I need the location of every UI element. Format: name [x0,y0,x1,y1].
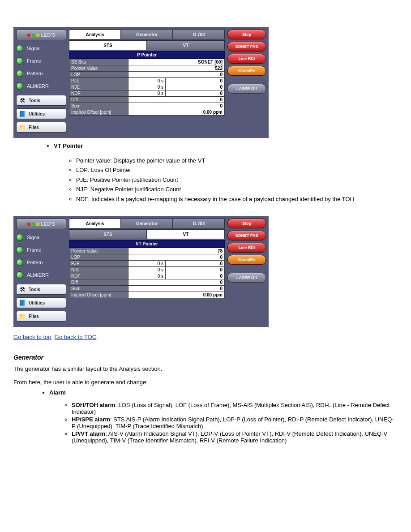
table-row: SS BitsSONET [00] [69,59,225,65]
leds-button[interactable]: LED'S [16,219,66,229]
table-row: NJE0 s0 [69,267,225,273]
leds-label: LED'S [41,32,56,38]
led-indicator-icon [16,271,23,279]
list-item: LP/VT alarm: AIS-V (Alarm Indication Sig… [72,430,398,444]
led-indicator-icon [16,45,23,52]
table-row: PJE0 s0 [69,261,225,267]
screenshot-vt-pointer: LED'S Signal Frame Pattern ALM/ERR 🛠Tool… [13,216,269,327]
subtab-vt[interactable]: VT [147,40,225,50]
tools-icon: 🛠 [19,97,26,104]
utilities-icon: 📘 [19,110,26,117]
led-indicator-icon [16,259,23,266]
led-indicator-icon [16,82,23,90]
list-item: LOP: Loss Of Pointer [76,166,398,175]
section-header: P Pointer [69,51,225,59]
led-indicator-icon [16,246,23,253]
tab-generator[interactable]: Generator [121,30,173,39]
utilities-button[interactable]: 📘Utilities [16,108,66,119]
led-indicator-icon [16,70,23,77]
tools-button[interactable]: 🛠Tools [16,284,66,295]
screenshot-p-pointer: LED'S Signal Frame Pattern ALM/ERR 🛠Tool… [13,27,269,138]
sonet-fas-button[interactable]: SONET FAS [227,231,266,240]
led-item-pattern: Pattern [16,70,66,77]
table-row: Pointer Value78 [69,248,225,254]
section-header: VT Pointer [69,240,225,248]
led-item-almerr: ALM/ERR [16,82,66,90]
table-row: LOP0 [69,254,225,261]
files-icon: 📁 [19,124,26,131]
table-row: NDF0 s0 [69,273,225,279]
line-rdi-button[interactable]: Line RDI [227,54,266,64]
list-item: PJE: Positive Pointer justification Coun… [76,176,398,184]
go-top-link[interactable]: Go back to top [13,334,51,340]
list-item: Pointer value: Displays the pointer valu… [76,156,398,165]
stop-button[interactable]: Stop [227,219,266,228]
laser-off-button[interactable]: LASER Off [227,273,266,283]
led-item-frame: Frame [16,57,66,64]
led-indicator-icon [16,234,23,241]
table-row: PJE0 s0 [69,78,225,84]
table-row: Diff0 [69,279,225,286]
list-item: NJE: Negative Pointer justification Coun… [76,185,398,194]
table-row: LOP0 [69,72,225,78]
utilities-icon: 📘 [19,299,26,306]
led-indicator-icon [16,57,23,64]
line-rdi-button[interactable]: Line RDI [227,243,266,253]
table-row: Implied Offset [ppm]0.00 ppm [69,109,225,116]
list-item: HP/SPE alarm: STS AIS-P (Alarm Indicatio… [72,416,398,429]
files-button[interactable]: 📁Files [16,122,66,133]
list-item: NDF: Indicates if a payload re-mapping i… [76,195,398,204]
tab-generator[interactable]: Generator [121,219,173,228]
led-item-frame: Frame [16,246,66,253]
files-button[interactable]: 📁Files [16,311,66,322]
generator-intro: The generator has a similar layout to th… [13,365,398,372]
led-item-signal: Signal [16,234,66,241]
subtab-sts[interactable]: STS [69,40,147,50]
pointer-table: Pointer Value78 LOP0 PJE0 s0 NJE0 s0 NDF… [69,248,225,298]
go-toc-link[interactable]: Go back to TOC [55,334,96,340]
led-item-almerr: ALM/ERR [16,271,66,279]
generator-title: Generator [13,354,398,361]
generator-intro2: From here, the user is able to generate … [13,379,398,386]
files-icon: 📁 [19,313,26,320]
table-row: NDF0 s0 [69,90,225,97]
table-row: NJE0 s0 [69,84,225,90]
leds-button[interactable]: LED'S [16,30,66,40]
tools-button[interactable]: 🛠Tools [16,95,66,106]
tab-analysis[interactable]: Analysis [69,219,121,228]
laser-off-button[interactable]: LASER Off [227,84,266,94]
alarm-err-button[interactable]: Alarm/Err [227,255,266,265]
stop-button[interactable]: Stop [227,30,266,39]
table-row: Sum0 [69,286,225,292]
pointer-table: SS BitsSONET [00] Pointer Value522 LOP0 … [69,59,225,116]
doc-text: VT Pointer Pointer value: Displays the p… [18,142,398,203]
subtab-vt[interactable]: VT [147,229,225,239]
table-row: Diff0 [69,97,225,103]
led-item-pattern: Pattern [16,259,66,266]
subtab-sts[interactable]: STS [69,229,147,239]
tools-icon: 🛠 [19,286,26,293]
leds-label: LED'S [41,221,56,227]
led-item-signal: Signal [16,45,66,52]
alarm-err-button[interactable]: Alarm/Err [227,66,266,76]
tab-g783[interactable]: G.783 [173,30,225,39]
table-row: Implied Offset [ppm]0.00 ppm [69,292,225,298]
list-item: SOH/TOH alarm: LOS (Loss of Signal), LOF… [72,402,398,415]
tab-g783[interactable]: G.783 [173,219,225,228]
tab-analysis[interactable]: Analysis [69,30,121,39]
sonet-fas-button[interactable]: SONET FAS [227,42,266,51]
utilities-button[interactable]: 📘Utilities [16,297,66,308]
table-row: Pointer Value522 [69,65,225,72]
table-row: Sum0 [69,103,225,109]
